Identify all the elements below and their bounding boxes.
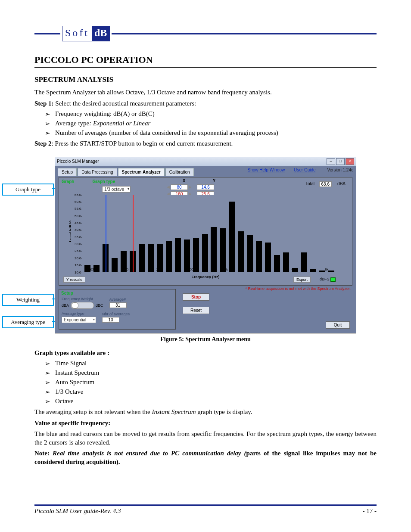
dbfs-indicator: dBFS [320, 277, 336, 282]
nbr-avg-input[interactable]: 10 [102, 317, 119, 323]
y-tick: 50.0- [75, 214, 82, 218]
x-tick: 2k [258, 268, 261, 271]
bullet-text: Frequency weighting: dB(A) or dB(C) [55, 110, 155, 118]
chart-bar [274, 255, 280, 272]
chart-bar [283, 252, 289, 272]
maximize-button[interactable]: □ [336, 158, 345, 165]
bullet-icon: ➢ [45, 379, 55, 386]
bullet-icon: ➢ [45, 388, 55, 396]
x-tick: 500 [190, 268, 195, 271]
step1: Step 1: Select the desired acoustical me… [34, 100, 377, 108]
chart-bar [93, 265, 100, 272]
bullet-icon: ➢ [45, 360, 55, 367]
chart-bar [148, 244, 154, 272]
right-arrow-icon[interactable]: ▶ [189, 185, 192, 189]
total-label: Total [305, 181, 314, 186]
chart-bar [112, 258, 118, 272]
averaging-note: The averaging setup is not relevant when… [34, 408, 377, 417]
cursor-x1[interactable]: 80 [171, 184, 188, 190]
screenshot: Graph type Weighting Averaging type Picc… [55, 157, 356, 333]
step2-text: : Press the START/STOP button to begin o… [52, 140, 233, 147]
value-text: The blue and read cursors can be moved t… [34, 430, 377, 447]
bullet-icon: ➢ [45, 110, 55, 118]
note-paragraph: Note: Real time analysis is not ensured … [34, 449, 377, 466]
tab-setup[interactable]: Setup [58, 168, 77, 176]
avg-type-select[interactable]: Exponential [62, 317, 96, 323]
step1-label: Step 1: [34, 100, 54, 107]
y-tick: 65.0- [75, 193, 82, 196]
chart-bar [229, 202, 235, 272]
graph-types-list: ➢Time Signal ➢Instant Spectrum ➢Auto Spe… [34, 360, 377, 405]
chart-bar [220, 228, 226, 272]
cursor-y1: 14.6 [197, 184, 214, 190]
weighting-toggle[interactable] [71, 302, 94, 309]
avg-num-label: Average# [109, 297, 127, 302]
section-heading: SPECTRUM ANALYSIS [34, 75, 377, 84]
list-item: Octave [55, 398, 73, 405]
graph-type-label: Graph type [92, 179, 115, 184]
minimize-button[interactable]: – [327, 158, 335, 165]
tab-calibration[interactable]: Calibration [165, 168, 194, 176]
total-unit: dBA [337, 181, 346, 186]
cursor-red[interactable] [133, 195, 134, 272]
graph-label: Graph [62, 179, 74, 184]
chart-bar [139, 244, 145, 272]
x-axis-label: Frequency (Hz) [191, 275, 219, 279]
chart-bar [301, 252, 307, 272]
x-tick: 8k [325, 268, 328, 271]
left-arrow-icon[interactable]: ◀ [167, 185, 170, 189]
chart-bar [265, 243, 271, 272]
tab-spectrum-analyzer[interactable]: Spectrum Analyzer [118, 168, 165, 176]
y-tick: 10.0- [75, 270, 82, 274]
bullet-text: Average type: Exponential or Linear [55, 120, 150, 128]
stop-button[interactable]: Stop [183, 293, 209, 301]
y-header: Y [201, 178, 227, 183]
y-tick: 45.0- [75, 221, 82, 224]
footer-page: - 17 - [363, 507, 377, 515]
header-rule-right [112, 33, 377, 34]
setup-header: Setup [59, 289, 175, 297]
quit-button[interactable]: Quit [326, 321, 350, 329]
list-item: Auto Spectrum [55, 379, 94, 386]
freq-weight-label: Frequency Weight [62, 297, 103, 301]
close-button[interactable]: × [346, 158, 354, 165]
bullet-icon: ➢ [45, 369, 55, 377]
graph-panel: Graph Graph type 1/3 octave X Y ◀ 80 ▶ 1… [59, 177, 352, 286]
x-tick: 1k [224, 268, 228, 271]
chart-bar [211, 227, 217, 272]
link-bar: Show Help Window User Guide Version 1.24… [240, 168, 353, 172]
y-rescale-button[interactable]: Y rescale [63, 277, 85, 283]
reset-button[interactable]: Reset [183, 307, 209, 314]
figure-caption: Figure 5: Spectrum Analyser menu [34, 336, 377, 343]
chart-bar [238, 231, 244, 272]
bullet-text: Number of averages (number of data consi… [55, 129, 278, 137]
note-label: Note: [34, 450, 53, 457]
footer: Piccolo SLM User guide-Rev. 4.3 - 17 - [34, 507, 377, 515]
chart-bar [328, 271, 334, 272]
list-item: 1/3 Octave [55, 388, 83, 396]
header-rule-left [34, 33, 60, 34]
version-label: Version 1.24c [327, 168, 353, 172]
x-header: X [171, 178, 197, 183]
tab-data-processing[interactable]: Data Processing [78, 168, 117, 176]
chart-bar [175, 238, 181, 272]
export-button[interactable]: Export [293, 277, 311, 283]
dbfs-led-icon [330, 277, 336, 282]
header: Soft dB [34, 26, 377, 41]
help-link[interactable]: Show Help Window [248, 168, 285, 172]
step2-label: Step 2 [34, 140, 52, 147]
x-tick: 63 [90, 268, 94, 271]
titlebar: Piccolo SLM Manager – □ × [55, 157, 356, 166]
cursor-blue[interactable] [106, 195, 106, 272]
app-window: Piccolo SLM Manager – □ × Setup Data Pro… [55, 157, 356, 333]
graph-type-select[interactable]: 1/3 octave [102, 186, 131, 193]
value-heading: Value at specific frequency: [34, 420, 110, 426]
action-buttons: Stop Reset [183, 293, 209, 314]
footer-rule [34, 504, 377, 506]
user-guide-link[interactable]: User Guide [294, 168, 316, 172]
dba-label: dBA [62, 303, 69, 308]
callout-averaging: Averaging type [2, 316, 54, 328]
footer-doc: Piccolo SLM User guide-Rev. 4.3 [34, 507, 121, 515]
list-item: Instant Spectrum [55, 369, 99, 377]
page-title: PICCOLO PC OPERATION [34, 54, 377, 65]
